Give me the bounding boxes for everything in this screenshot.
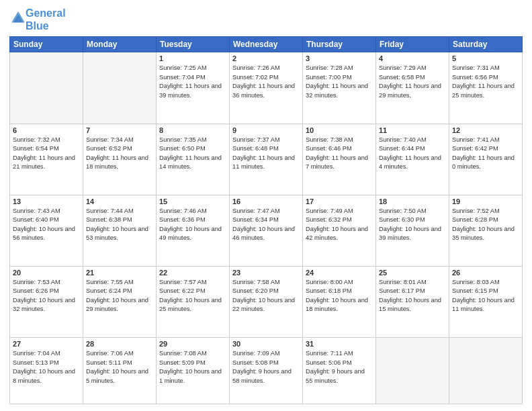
logo-icon xyxy=(11,11,26,26)
day-info: Sunrise: 7:38 AMSunset: 6:46 PMDaylight:… xyxy=(306,136,373,172)
weekday-header-monday: Monday xyxy=(83,37,157,52)
header: GeneralBlue xyxy=(9,7,523,32)
day-info: Sunrise: 7:58 AMSunset: 6:20 PMDaylight:… xyxy=(232,278,300,314)
calendar-body: 1Sunrise: 7:25 AMSunset: 7:04 PMDaylight… xyxy=(10,52,523,404)
day-cell: 24Sunrise: 8:00 AMSunset: 6:18 PMDayligh… xyxy=(303,266,376,337)
day-number: 6 xyxy=(13,126,80,134)
week-row-1: 1Sunrise: 7:25 AMSunset: 7:04 PMDaylight… xyxy=(10,52,523,124)
day-info: Sunrise: 7:09 AMSunset: 5:08 PMDaylight:… xyxy=(232,349,300,385)
day-number: 23 xyxy=(232,269,300,277)
day-number: 31 xyxy=(306,340,373,348)
day-info: Sunrise: 7:26 AMSunset: 7:02 PMDaylight:… xyxy=(232,64,300,100)
page: GeneralBlue SundayMondayTuesdayWednesday… xyxy=(0,0,532,411)
day-cell: 25Sunrise: 8:01 AMSunset: 6:17 PMDayligh… xyxy=(376,266,449,337)
day-number: 25 xyxy=(379,269,446,277)
day-cell: 4Sunrise: 7:29 AMSunset: 6:58 PMDaylight… xyxy=(376,52,449,124)
day-info: Sunrise: 7:55 AMSunset: 6:24 PMDaylight:… xyxy=(86,278,153,314)
weekday-header-friday: Friday xyxy=(376,37,449,52)
day-cell: 13Sunrise: 7:43 AMSunset: 6:40 PMDayligh… xyxy=(10,195,83,266)
weekday-header-sunday: Sunday xyxy=(10,37,83,52)
day-cell: 17Sunrise: 7:49 AMSunset: 6:32 PMDayligh… xyxy=(303,195,376,266)
day-info: Sunrise: 7:31 AMSunset: 6:56 PMDaylight:… xyxy=(452,64,519,100)
day-number: 11 xyxy=(379,126,446,134)
week-row-4: 20Sunrise: 7:53 AMSunset: 6:26 PMDayligh… xyxy=(10,266,523,337)
day-number: 2 xyxy=(232,54,300,62)
day-info: Sunrise: 7:11 AMSunset: 5:06 PMDaylight:… xyxy=(306,349,373,385)
day-cell: 28Sunrise: 7:06 AMSunset: 5:11 PMDayligh… xyxy=(83,338,157,404)
day-info: Sunrise: 7:53 AMSunset: 6:26 PMDaylight:… xyxy=(13,278,80,314)
day-number: 5 xyxy=(452,54,519,62)
day-cell: 18Sunrise: 7:50 AMSunset: 6:30 PMDayligh… xyxy=(376,195,449,266)
day-number: 7 xyxy=(86,126,153,134)
day-cell xyxy=(449,338,523,404)
weekday-header-wednesday: Wednesday xyxy=(230,37,303,52)
day-info: Sunrise: 7:35 AMSunset: 6:50 PMDaylight:… xyxy=(159,136,226,172)
day-number: 10 xyxy=(306,126,373,134)
day-number: 1 xyxy=(159,54,226,62)
day-cell: 21Sunrise: 7:55 AMSunset: 6:24 PMDayligh… xyxy=(83,266,157,337)
weekday-header-row: SundayMondayTuesdayWednesdayThursdayFrid… xyxy=(10,37,523,52)
day-info: Sunrise: 7:08 AMSunset: 5:09 PMDaylight:… xyxy=(159,349,226,385)
day-cell: 8Sunrise: 7:35 AMSunset: 6:50 PMDaylight… xyxy=(157,124,230,195)
day-number: 28 xyxy=(86,340,153,348)
day-cell: 3Sunrise: 7:28 AMSunset: 7:00 PMDaylight… xyxy=(303,52,376,124)
day-info: Sunrise: 7:29 AMSunset: 6:58 PMDaylight:… xyxy=(379,64,446,100)
day-cell xyxy=(83,52,157,124)
day-cell xyxy=(376,338,449,404)
day-cell: 15Sunrise: 7:46 AMSunset: 6:36 PMDayligh… xyxy=(157,195,230,266)
day-number: 8 xyxy=(159,126,226,134)
day-number: 4 xyxy=(379,54,446,62)
day-cell: 9Sunrise: 7:37 AMSunset: 6:48 PMDaylight… xyxy=(230,124,303,195)
day-info: Sunrise: 7:37 AMSunset: 6:48 PMDaylight:… xyxy=(232,136,300,172)
weekday-header-thursday: Thursday xyxy=(303,37,376,52)
day-number: 18 xyxy=(379,197,446,205)
logo: GeneralBlue xyxy=(9,7,66,32)
day-cell: 26Sunrise: 8:03 AMSunset: 6:15 PMDayligh… xyxy=(449,266,523,337)
day-cell: 6Sunrise: 7:32 AMSunset: 6:54 PMDaylight… xyxy=(10,124,83,195)
day-cell: 7Sunrise: 7:34 AMSunset: 6:52 PMDaylight… xyxy=(83,124,157,195)
day-number: 20 xyxy=(13,269,80,277)
logo-text: GeneralBlue xyxy=(26,7,66,32)
day-info: Sunrise: 8:03 AMSunset: 6:15 PMDaylight:… xyxy=(452,278,519,314)
day-cell: 1Sunrise: 7:25 AMSunset: 7:04 PMDaylight… xyxy=(157,52,230,124)
day-info: Sunrise: 7:47 AMSunset: 6:34 PMDaylight:… xyxy=(232,207,300,243)
day-info: Sunrise: 7:50 AMSunset: 6:30 PMDaylight:… xyxy=(379,207,446,243)
day-info: Sunrise: 7:52 AMSunset: 6:28 PMDaylight:… xyxy=(452,207,519,243)
day-number: 9 xyxy=(232,126,300,134)
day-cell: 14Sunrise: 7:44 AMSunset: 6:38 PMDayligh… xyxy=(83,195,157,266)
weekday-header-saturday: Saturday xyxy=(449,37,523,52)
day-cell: 31Sunrise: 7:11 AMSunset: 5:06 PMDayligh… xyxy=(303,338,376,404)
day-number: 12 xyxy=(452,126,519,134)
day-number: 19 xyxy=(452,197,519,205)
day-cell: 11Sunrise: 7:40 AMSunset: 6:44 PMDayligh… xyxy=(376,124,449,195)
day-number: 24 xyxy=(306,269,373,277)
day-info: Sunrise: 7:40 AMSunset: 6:44 PMDaylight:… xyxy=(379,136,446,172)
day-info: Sunrise: 8:01 AMSunset: 6:17 PMDaylight:… xyxy=(379,278,446,314)
day-info: Sunrise: 7:25 AMSunset: 7:04 PMDaylight:… xyxy=(159,64,226,100)
day-info: Sunrise: 7:28 AMSunset: 7:00 PMDaylight:… xyxy=(306,64,373,100)
day-cell: 30Sunrise: 7:09 AMSunset: 5:08 PMDayligh… xyxy=(230,338,303,404)
day-info: Sunrise: 7:43 AMSunset: 6:40 PMDaylight:… xyxy=(13,207,80,243)
weekday-header-tuesday: Tuesday xyxy=(157,37,230,52)
day-info: Sunrise: 7:32 AMSunset: 6:54 PMDaylight:… xyxy=(13,136,80,172)
day-number: 30 xyxy=(232,340,300,348)
week-row-3: 13Sunrise: 7:43 AMSunset: 6:40 PMDayligh… xyxy=(10,195,523,266)
day-info: Sunrise: 7:46 AMSunset: 6:36 PMDaylight:… xyxy=(159,207,226,243)
day-number: 17 xyxy=(306,197,373,205)
day-cell: 27Sunrise: 7:04 AMSunset: 5:13 PMDayligh… xyxy=(10,338,83,404)
day-info: Sunrise: 7:06 AMSunset: 5:11 PMDaylight:… xyxy=(86,349,153,385)
day-cell: 29Sunrise: 7:08 AMSunset: 5:09 PMDayligh… xyxy=(157,338,230,404)
day-info: Sunrise: 7:44 AMSunset: 6:38 PMDaylight:… xyxy=(86,207,153,243)
day-number: 14 xyxy=(86,197,153,205)
week-row-2: 6Sunrise: 7:32 AMSunset: 6:54 PMDaylight… xyxy=(10,124,523,195)
day-info: Sunrise: 7:04 AMSunset: 5:13 PMDaylight:… xyxy=(13,349,80,385)
day-cell: 23Sunrise: 7:58 AMSunset: 6:20 PMDayligh… xyxy=(230,266,303,337)
day-info: Sunrise: 7:34 AMSunset: 6:52 PMDaylight:… xyxy=(86,136,153,172)
day-cell: 2Sunrise: 7:26 AMSunset: 7:02 PMDaylight… xyxy=(230,52,303,124)
day-number: 26 xyxy=(452,269,519,277)
calendar-table: SundayMondayTuesdayWednesdayThursdayFrid… xyxy=(9,36,523,404)
day-number: 21 xyxy=(86,269,153,277)
day-cell xyxy=(10,52,83,124)
day-cell: 5Sunrise: 7:31 AMSunset: 6:56 PMDaylight… xyxy=(449,52,523,124)
week-row-5: 27Sunrise: 7:04 AMSunset: 5:13 PMDayligh… xyxy=(10,338,523,404)
